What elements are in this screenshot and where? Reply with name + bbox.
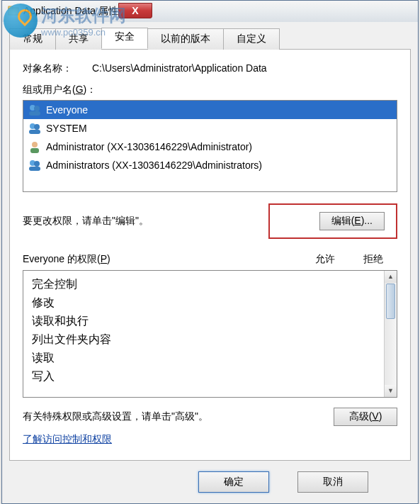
tab-content-security: 对象名称： C:\Users\Administrator\Application…	[9, 50, 411, 461]
svg-point-11	[34, 161, 40, 167]
svg-rect-12	[29, 167, 40, 171]
close-icon: X	[132, 5, 138, 16]
svg-point-3	[34, 106, 40, 111]
watermark: 河东软件网 www.pc0359.cn	[4, 4, 126, 38]
list-item-label: SYSTEM	[46, 123, 87, 134]
svg-rect-4	[29, 111, 40, 116]
dialog-footer: 确定 取消	[9, 461, 411, 493]
list-item-system[interactable]: SYSTEM	[23, 119, 397, 138]
list-item-administrators[interactable]: Administrators (XX-13036146229\Administr…	[23, 156, 397, 174]
list-item-everyone[interactable]: Everyone	[23, 101, 397, 119]
properties-dialog: Application Data 属性 X 常规 共享 安全 以前的版本 自定义…	[1, 0, 419, 504]
watermark-logo-icon	[4, 4, 38, 38]
list-item-label: Everyone	[46, 104, 88, 116]
permission-row: 完全控制	[32, 275, 388, 293]
watermark-url: www.pc0359.cn	[41, 27, 126, 38]
edit-highlight: 编辑(E)...	[268, 203, 397, 239]
deny-column-header: 拒绝	[363, 253, 383, 266]
permission-row: 列出文件夹内容	[32, 330, 388, 349]
object-path: C:\Users\Administrator\Application Data	[92, 62, 267, 74]
permissions-for-label: Everyone 的权限(P)	[23, 253, 110, 266]
permission-row: 修改	[32, 293, 388, 312]
group-icon	[28, 121, 42, 135]
list-item-administrator[interactable]: Administrator (XX-13036146229\Administra…	[23, 138, 397, 156]
list-item-label: Administrator (XX-13036146229\Administra…	[46, 141, 252, 152]
group-icon	[28, 158, 42, 172]
permission-row: 写入	[32, 367, 388, 386]
svg-rect-9	[30, 148, 39, 153]
object-name-label: 对象名称：	[23, 62, 72, 75]
watermark-title: 河东软件网	[41, 4, 126, 27]
edit-hint-text: 要更改权限，请单击"编辑"。	[23, 215, 149, 228]
svg-rect-7	[29, 130, 40, 134]
scroll-down-icon[interactable]: ▼	[385, 385, 397, 397]
ok-button[interactable]: 确定	[198, 471, 269, 493]
svg-point-8	[32, 142, 38, 147]
groups-listbox[interactable]: Everyone SYSTEM Administrator (XX-130361…	[23, 100, 397, 192]
permissions-listbox[interactable]: 完全控制 修改 读取和执行 列出文件夹内容 读取 写入 ▲ ▼	[23, 270, 397, 398]
edit-button[interactable]: 编辑(E)...	[319, 212, 385, 230]
allow-column-header: 允许	[315, 253, 335, 266]
group-icon	[28, 103, 42, 117]
advanced-button[interactable]: 高级(V)	[334, 408, 397, 426]
svg-point-6	[34, 124, 40, 130]
cancel-button[interactable]: 取消	[297, 471, 368, 493]
scroll-up-icon[interactable]: ▲	[385, 271, 397, 283]
list-item-label: Administrators (XX-13036146229\Administr…	[46, 159, 262, 171]
learn-more-link[interactable]: 了解访问控制和权限	[23, 433, 112, 444]
tab-customize[interactable]: 自定义	[223, 28, 280, 50]
advanced-hint-text: 有关特殊权限或高级设置，请单击"高级"。	[23, 408, 208, 425]
groups-label: 组或用户名(G)：	[23, 84, 96, 95]
permission-row: 读取	[32, 349, 388, 367]
user-icon	[28, 140, 42, 154]
scrollbar[interactable]: ▲ ▼	[384, 271, 397, 397]
tab-previous-versions[interactable]: 以前的版本	[147, 28, 224, 50]
permission-row: 读取和执行	[32, 312, 388, 330]
scrollbar-thumb[interactable]	[386, 284, 395, 319]
